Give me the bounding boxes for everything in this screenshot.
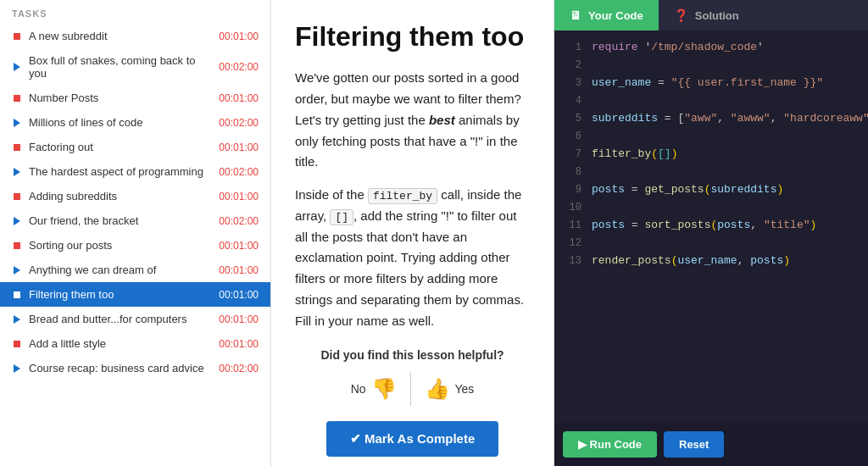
task-label: Sorting our posts <box>29 239 212 252</box>
line-content: render_posts(user_name, posts) <box>592 254 790 267</box>
line-number: 7 <box>563 147 581 160</box>
no-label: No <box>351 382 366 396</box>
reset-button[interactable]: Reset <box>664 431 724 458</box>
task-label: Filtering them too <box>29 288 212 301</box>
line-content: posts = sort_posts(posts, "title") <box>592 219 816 231</box>
code-panel: 🖥 Your Code ❓ Solution 1require '/tmp/sh… <box>554 0 868 466</box>
inline-code-filter: filter_by <box>368 188 437 204</box>
task-item[interactable]: Bread and butter...for computers00:01:00 <box>0 307 270 331</box>
para1-em: best <box>429 113 455 127</box>
task-time: 00:02:00 <box>219 117 259 129</box>
line-number: 2 <box>563 58 581 71</box>
line-content: filter_by([]) <box>592 147 677 160</box>
task-item[interactable]: A new subreddit00:01:00 <box>0 24 270 48</box>
lesson-panel: Filtering them too We've gotten our post… <box>271 0 554 466</box>
code-line: 4 <box>563 94 860 111</box>
code-line: 10 <box>563 201 860 218</box>
task-label: Our friend, the bracket <box>29 214 212 227</box>
triangle-icon <box>12 364 22 373</box>
feedback-buttons: No 👎 👍 Yes <box>295 372 530 406</box>
triangle-icon <box>12 119 22 127</box>
feedback-question: Did you find this lesson helpful? <box>295 348 530 362</box>
line-number: 1 <box>563 41 581 53</box>
line-number: 9 <box>563 183 581 196</box>
triangle-icon <box>12 168 22 176</box>
task-item[interactable]: Millions of lines of code00:02:00 <box>0 110 270 135</box>
triangle-icon <box>12 63 22 71</box>
task-label: Add a little style <box>29 337 212 350</box>
task-item[interactable]: Add a little style00:01:00 <box>0 331 270 356</box>
square-icon <box>12 291 22 298</box>
line-number: 12 <box>563 236 581 249</box>
lesson-para-1: We've gotten our posts sorted in a good … <box>295 68 530 173</box>
task-time: 00:02:00 <box>219 363 259 374</box>
square-icon <box>12 242 22 249</box>
task-label: Number Posts <box>29 92 212 104</box>
code-line: 11posts = sort_posts(posts, "title") <box>563 219 860 236</box>
line-number: 8 <box>563 165 581 178</box>
task-item[interactable]: Course recap: business card advice00:02:… <box>0 356 270 380</box>
line-content: subreddits = ["aww", "awww", "hardcoreaw… <box>592 112 868 125</box>
lesson-body: We've gotten our posts sorted in a good … <box>295 68 530 331</box>
task-item[interactable]: Box full of snakes, coming back to you00… <box>0 48 270 86</box>
task-time: 00:01:00 <box>219 141 259 153</box>
tasks-panel: TASKS A new subreddit00:01:00Box full of… <box>0 0 271 466</box>
code-line: 3user_name = "{{ user.first_name }}" <box>563 76 860 93</box>
task-item[interactable]: The hardest aspect of programming00:02:0… <box>0 159 270 184</box>
task-time: 00:02:00 <box>219 215 259 227</box>
line-number: 13 <box>563 254 581 267</box>
line-number: 5 <box>563 112 581 125</box>
feedback-section: Did you find this lesson helpful? No 👎 👍… <box>295 348 530 457</box>
thumbs-down-icon: 👎 <box>371 377 397 401</box>
line-number: 6 <box>563 130 581 142</box>
task-item[interactable]: Number Posts00:01:00 <box>0 86 270 110</box>
line-content: require '/tmp/shadow_code' <box>592 41 764 53</box>
triangle-icon <box>12 217 22 225</box>
tab-your-code-label: Your Code <box>588 9 643 22</box>
line-number: 4 <box>563 94 581 107</box>
feedback-yes-button[interactable]: 👍 Yes <box>411 372 488 406</box>
yes-label: Yes <box>455 382 475 396</box>
code-line: 7filter_by([]) <box>563 147 860 164</box>
tab-solution-label: Solution <box>695 9 739 22</box>
task-item[interactable]: Anything we can dream of00:01:00 <box>0 258 270 282</box>
mark-complete-button[interactable]: ✔ Mark As Complete <box>326 421 498 457</box>
task-label: Bread and butter...for computers <box>29 313 212 325</box>
run-code-button[interactable]: ▶ Run Code <box>563 431 657 458</box>
code-editor[interactable]: 1require '/tmp/shadow_code'23user_name =… <box>554 31 868 423</box>
square-icon <box>12 33 22 40</box>
para2-pre: Inside of the <box>295 187 368 202</box>
square-icon <box>12 193 22 200</box>
code-line: 9posts = get_posts(subreddits) <box>563 183 860 200</box>
code-line: 1require '/tmp/shadow_code' <box>563 41 860 58</box>
task-time: 00:01:00 <box>219 92 259 104</box>
code-line: 6 <box>563 130 860 147</box>
triangle-icon <box>12 315 22 324</box>
task-item[interactable]: Adding subreddits00:01:00 <box>0 184 270 208</box>
tab-solution[interactable]: ❓ Solution <box>659 0 754 31</box>
code-line: 12 <box>563 236 860 253</box>
line-content: user_name = "{{ user.first_name }}" <box>592 76 823 89</box>
task-item[interactable]: Factoring out00:01:00 <box>0 135 270 159</box>
inline-code-bracket: [] <box>330 209 353 225</box>
tab-your-code[interactable]: 🖥 Your Code <box>554 0 659 31</box>
feedback-no-button[interactable]: No 👎 <box>337 372 410 406</box>
task-time: 00:02:00 <box>219 61 259 73</box>
task-item[interactable]: Filtering them too00:01:00 <box>0 282 270 307</box>
line-number: 10 <box>563 201 581 214</box>
task-label: Course recap: business card advice <box>29 362 212 374</box>
code-tabs: 🖥 Your Code ❓ Solution <box>554 0 868 31</box>
question-icon: ❓ <box>674 8 688 22</box>
task-list: A new subreddit00:01:00Box full of snake… <box>0 24 270 380</box>
line-content: posts = get_posts(subreddits) <box>592 183 783 196</box>
task-label: Box full of snakes, coming back to you <box>29 54 212 80</box>
task-item[interactable]: Our friend, the bracket00:02:00 <box>0 208 270 233</box>
task-time: 00:01:00 <box>219 31 259 42</box>
lesson-title: Filtering them too <box>295 20 530 53</box>
triangle-icon <box>12 266 22 275</box>
thumbs-up-icon: 👍 <box>425 377 450 401</box>
code-actions: ▶ Run Code Reset <box>554 423 868 466</box>
square-icon <box>12 341 22 347</box>
task-label: Adding subreddits <box>29 190 212 202</box>
task-item[interactable]: Sorting our posts00:01:00 <box>0 233 270 258</box>
